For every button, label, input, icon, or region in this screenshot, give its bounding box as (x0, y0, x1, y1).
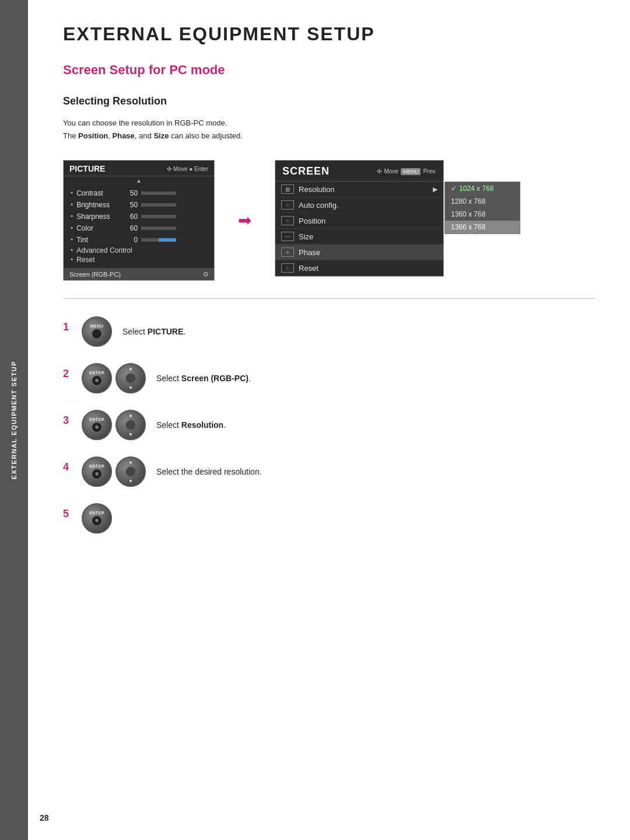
arrow-up-2[interactable]: ▲ (128, 366, 133, 371)
sidebar: EXTERNAL EQUIPMENT SETUP (0, 0, 28, 840)
res-option-1280: 1280 x 768 (445, 195, 520, 208)
item-value: 0 (123, 236, 138, 244)
item-label: Sharpness (76, 212, 123, 221)
enter-label-2: ENTER (89, 371, 104, 375)
step-4-text: Select the desired resolution. (156, 467, 262, 476)
bullet: • (71, 189, 73, 197)
item-label-advanced: Advanced Control (76, 246, 132, 255)
desc-bold-position: Position (78, 131, 108, 140)
item-value: 50 (123, 201, 138, 209)
nav-move: Move (173, 166, 189, 172)
scroll-up-indicator: ▲ (64, 176, 214, 185)
nav-icon: ✣ (167, 166, 172, 172)
item-label-reset: Reset (76, 256, 94, 264)
screen-body: ⊞ Resolution ▶ ✓ 1024 x 768 1280 x 768 (275, 182, 443, 276)
nav-move-label: Move (384, 168, 398, 175)
desc-sep2: , and (135, 131, 154, 140)
item-label: Tint (76, 236, 123, 244)
arrow-button-3[interactable]: ▲ ▼ (116, 410, 146, 440)
step-2-bold: Screen (RGB-PC) (181, 374, 249, 383)
size-label: Size (299, 232, 438, 241)
arrow-center-2 (125, 373, 136, 384)
arrow-down-3[interactable]: ▼ (128, 432, 133, 437)
step-number-3: 3 (63, 414, 71, 427)
res-value: 1024 x 768 (459, 184, 494, 193)
step-3-bold: Resolution (181, 420, 223, 430)
menu-item-contrast: • Contrast 50 (64, 187, 214, 199)
enter-button-3[interactable]: ENTER ⊙ (82, 410, 112, 440)
step-number-4: 4 (63, 461, 71, 473)
steps-list: 1 MENU Select PICTURE. 2 ENTER ⊙ ▲ ▼ (63, 316, 595, 534)
arrow-up-3[interactable]: ▲ (128, 413, 133, 418)
bullet: • (71, 212, 73, 221)
page-number: 28 (40, 813, 49, 822)
item-value: 50 (123, 189, 138, 197)
desc-bold-phase: Phase (113, 131, 135, 140)
step-4: 4 ENTER ⊙ ▲ ▼ Select the desired resolut… (63, 456, 595, 487)
arrow-center-3 (125, 420, 136, 430)
arrow-down-4[interactable]: ▼ (128, 479, 133, 484)
picture-menu-header: PICTURE ✣ Move ● Enter (64, 161, 214, 176)
reset-icon: ○ (281, 263, 294, 273)
desc-bold-size: Size (153, 131, 169, 140)
picture-menu-footer: Screen (RGB-PC) ⊙ (64, 268, 214, 280)
res-value: 1280 x 768 (451, 197, 485, 205)
screen-menu-nav: ✣ Move MENU Prev. (377, 168, 436, 175)
desc-line2-start: The (63, 131, 78, 140)
bar (141, 226, 176, 230)
enter-button-4[interactable]: ENTER ⊙ (82, 456, 112, 487)
screen-item-autoconfig: ○ Auto config. (275, 197, 443, 213)
bullet: • (71, 246, 73, 255)
subsection-title: Selecting Resolution (63, 95, 595, 107)
enter-button-5[interactable]: ENTER ⊙ (82, 503, 112, 534)
desc-sep1: , (108, 131, 112, 140)
nav-prev-label: Prev. (423, 168, 436, 175)
step-5: 5 ENTER ⊙ (63, 503, 595, 534)
arrow-up-4[interactable]: ▲ (128, 459, 133, 465)
position-label: Position (299, 217, 438, 225)
reset-label: Reset (299, 264, 438, 273)
picture-menu-nav: ✣ Move ● Enter (167, 166, 208, 172)
menu-button[interactable]: MENU (82, 316, 112, 347)
sidebar-label: EXTERNAL EQUIPMENT SETUP (10, 361, 18, 479)
step-3-buttons: ENTER ⊙ ▲ ▼ (82, 410, 146, 440)
arrow-button-2[interactable]: ▲ ▼ (116, 363, 146, 393)
bar (141, 203, 176, 207)
menu-item-reset: • Reset (64, 255, 214, 264)
res-option-1024: ✓ 1024 x 768 (445, 182, 520, 195)
item-label: Contrast (76, 189, 123, 197)
picture-menu-body: • Contrast 50 • Brightness 50 • Sharpnes… (64, 185, 214, 267)
res-option-1366: 1366 x 768 (445, 221, 520, 233)
page-title: EXTERNAL EQUIPMENT SETUP (63, 23, 595, 45)
step-number-5: 5 (63, 508, 71, 520)
arrow-button-4[interactable]: ▲ ▼ (116, 456, 146, 487)
autoconfig-label: Auto config. (299, 201, 438, 210)
step-1-buttons: MENU (82, 316, 112, 347)
enter-button-2[interactable]: ENTER ⊙ (82, 363, 112, 393)
enter-label-4: ENTER (89, 464, 104, 468)
step-1-bold: PICTURE (148, 327, 183, 336)
step-2-buttons: ENTER ⊙ ▲ ▼ (82, 363, 146, 393)
nav-enter: ● Enter (189, 166, 208, 172)
menu-item-tint: • Tint 0 (64, 234, 214, 246)
desc-line1: You can choose the resolution in RGB-PC … (63, 118, 227, 127)
item-label: Color (76, 224, 123, 232)
step-1: 1 MENU Select PICTURE. (63, 316, 595, 347)
bullet: • (71, 236, 73, 244)
step-number-2: 2 (63, 368, 71, 380)
picture-menu: PICTURE ✣ Move ● Enter ▲ • Contrast 50 • (63, 160, 215, 281)
screen-menu: SCREEN ✣ Move MENU Prev. ⊞ Resolution ▶ (275, 160, 444, 277)
phase-icon: + (281, 248, 294, 257)
enter-sub-4: ⊙ (92, 469, 102, 479)
res-option-1360: 1360 x 768 (445, 208, 520, 221)
screen-item-resolution: ⊞ Resolution ▶ ✓ 1024 x 768 1280 x 768 (275, 182, 443, 197)
res-value: 1366 x 768 (451, 223, 485, 231)
screen-menu-header: SCREEN ✣ Move MENU Prev. (275, 161, 443, 182)
screen-outer: SCREEN ✣ Move MENU Prev. ⊞ Resolution ▶ (275, 160, 444, 277)
arrow-down-2[interactable]: ▼ (128, 385, 133, 391)
right-arrow-icon: ➡ (238, 211, 251, 230)
resolution-arrow: ▶ (433, 186, 438, 193)
resolution-icon: ⊞ (281, 184, 294, 194)
step-1-text: Select PICTURE. (123, 327, 186, 336)
step-4-buttons: ENTER ⊙ ▲ ▼ (82, 456, 146, 487)
